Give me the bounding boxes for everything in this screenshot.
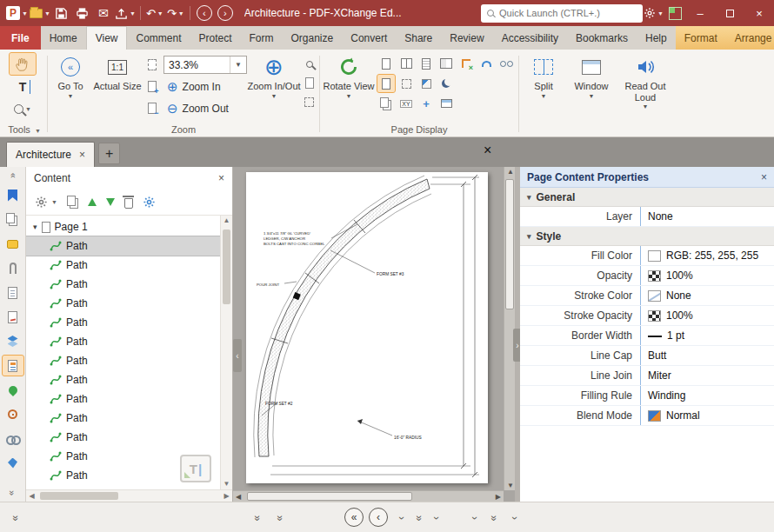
rotate-view-button[interactable]: Rotate View ▼ — [322, 51, 376, 99]
app-menu-button[interactable]: P▼ — [6, 3, 28, 23]
ribbon-tab-file[interactable]: File — [0, 26, 41, 50]
back-button[interactable]: ‹ — [195, 3, 214, 23]
scroll-right-icon[interactable]: ▶ — [221, 490, 232, 502]
export-button[interactable]: ▼ — [115, 3, 136, 23]
duplicate-content-button[interactable] — [67, 198, 78, 206]
add-view-button[interactable]: + — [417, 95, 435, 112]
window-button[interactable]: Window ▼ — [566, 51, 617, 136]
ribbon-tab-convert[interactable]: Convert — [342, 26, 396, 50]
fields-pane-button[interactable] — [3, 283, 23, 303]
two-page-view-button[interactable] — [397, 55, 415, 72]
content-horizontal-scrollbar[interactable]: ◀ ▶ — [26, 489, 232, 502]
content-item-path[interactable]: Path — [26, 351, 220, 370]
property-blend-mode[interactable]: Blend ModeNormal — [520, 406, 774, 426]
ribbon-tab-comment[interactable]: Comment — [127, 26, 190, 50]
scroll-down-icon[interactable]: ▼ — [507, 482, 514, 489]
zoom-tool-button[interactable]: ▼ — [10, 98, 36, 120]
property-layer[interactable]: LayerNone — [520, 207, 774, 227]
pan-window-button[interactable] — [437, 95, 455, 112]
content-item-path[interactable]: Path — [26, 409, 220, 428]
group-label-zoom[interactable]: Zoom — [50, 124, 317, 135]
content-item-path[interactable]: Path — [26, 275, 220, 294]
toolbar-expand-button[interactable]: » — [485, 509, 503, 526]
toolbar-expand-button[interactable]: › — [428, 509, 445, 526]
scroll-up-icon[interactable]: ▲ — [221, 216, 232, 226]
content-item-path[interactable]: Path — [26, 428, 220, 447]
toolbar-expand-button[interactable]: › — [466, 509, 484, 526]
toolbar-expand-button[interactable]: » — [249, 509, 266, 526]
single-page-view-button[interactable] — [377, 55, 395, 72]
content-settings-button[interactable] — [143, 196, 156, 209]
links-pane-button[interactable] — [3, 429, 23, 449]
scroll-left-icon[interactable]: ◀ — [26, 490, 37, 502]
properties-section-style[interactable]: ▾Style — [520, 227, 774, 246]
quick-launch-search[interactable] — [481, 4, 643, 23]
save-button[interactable] — [52, 3, 71, 23]
ribbon-tab-accessibility[interactable]: Accessibility — [493, 26, 567, 50]
zoom-in-out-button[interactable]: ⊕ Zoom In/Out ▼ — [247, 51, 301, 99]
toolbar-expand-button[interactable]: » — [410, 509, 428, 526]
rail-scroll-up-button[interactable]: » — [10, 170, 15, 181]
ribbon-tab-arrange[interactable]: Arrange — [726, 26, 774, 50]
page-transitions-button[interactable] — [397, 75, 415, 92]
hand-tool-button[interactable] — [10, 53, 36, 75]
ribbon-tab-bookmarks[interactable]: Bookmarks — [567, 26, 637, 50]
first-page-button[interactable]: « — [344, 508, 364, 527]
property-stroke-color[interactable]: Stroke ColorNone — [520, 286, 774, 306]
page-layout-button[interactable] — [377, 95, 395, 112]
comments-pane-button[interactable] — [3, 234, 23, 254]
group-label-tools[interactable]: Tools ▼ — [3, 124, 45, 135]
property-opacity[interactable]: Opacity100% — [520, 266, 774, 286]
close-window-button[interactable]: × — [744, 1, 774, 25]
previous-page-button[interactable]: ‹ — [369, 508, 388, 527]
content-options-button[interactable]: ▼ — [35, 196, 57, 209]
minimize-button[interactable]: – — [685, 1, 715, 25]
property-stroke-opacity[interactable]: Stroke Opacity100% — [520, 306, 774, 326]
ribbon-tab-home[interactable]: Home — [41, 26, 86, 50]
history-pane-button[interactable] — [3, 404, 23, 424]
destinations-pane-button[interactable] — [3, 380, 23, 400]
crop-view-button[interactable] — [457, 55, 475, 72]
ribbon-tab-share[interactable]: Share — [396, 26, 441, 50]
close-properties-panel-button[interactable]: × — [761, 171, 767, 183]
zoom-level-select[interactable]: 33.3%▼ — [163, 56, 247, 74]
property-filling-rule[interactable]: Filling RuleWinding — [520, 386, 774, 406]
property-fill-color[interactable]: Fill ColorRGB: 255, 255, 255 — [520, 246, 774, 266]
toolbar-expand-button[interactable]: › — [506, 509, 524, 526]
pdf-page[interactable]: 1 3/4"x11 7/8" GL 'CURVED' LEDGER, C/W A… — [246, 172, 488, 483]
night-mode-button[interactable] — [437, 75, 455, 92]
coordinates-button[interactable]: XY — [397, 95, 415, 112]
scrollbar-thumb[interactable] — [247, 492, 412, 501]
maximize-button[interactable] — [715, 1, 744, 25]
content-pane-button[interactable] — [3, 356, 23, 376]
reading-mode-button[interactable] — [497, 55, 515, 72]
layers-pane-button[interactable] — [3, 331, 23, 351]
content-item-path[interactable]: Path — [26, 370, 220, 389]
search-input[interactable] — [499, 8, 637, 18]
scroll-up-icon[interactable]: ▲ — [507, 168, 514, 176]
new-tab-button[interactable]: + — [98, 143, 120, 164]
forward-button[interactable]: › — [216, 3, 235, 23]
ribbon-tab-form[interactable]: Form — [241, 26, 283, 50]
thumbnails-pane-button[interactable] — [3, 209, 23, 229]
scrollbar-thumb[interactable] — [223, 229, 230, 304]
pan-zoom-button[interactable] — [301, 56, 317, 72]
print-button[interactable] — [73, 3, 92, 23]
scroll-right-icon[interactable]: ▶ — [496, 493, 501, 501]
frame-zoom-button[interactable] — [301, 94, 317, 110]
ribbon-tab-format[interactable]: Format — [676, 26, 726, 50]
content-item-path[interactable]: Path — [26, 332, 220, 351]
content-item-path[interactable]: Path — [26, 256, 220, 275]
ribbon-tab-organize[interactable]: Organize — [283, 26, 343, 50]
content-item-path[interactable]: Path — [26, 236, 220, 256]
scroll-left-icon[interactable]: ◀ — [236, 493, 241, 501]
scrollbar-thumb[interactable] — [40, 492, 118, 500]
close-tab-icon[interactable]: × — [79, 149, 85, 161]
attachments-pane-button[interactable] — [3, 258, 23, 278]
document-horizontal-scrollbar[interactable]: ◀ ▶ — [233, 490, 504, 502]
ribbon-tab-help[interactable]: Help — [637, 26, 676, 50]
collapse-left-panel-button[interactable]: ‹ — [233, 339, 242, 372]
measure-pane-button[interactable] — [3, 453, 23, 473]
zoom-in-page-button[interactable] — [143, 78, 160, 95]
group-label-page-display[interactable]: Page Display — [322, 124, 517, 135]
